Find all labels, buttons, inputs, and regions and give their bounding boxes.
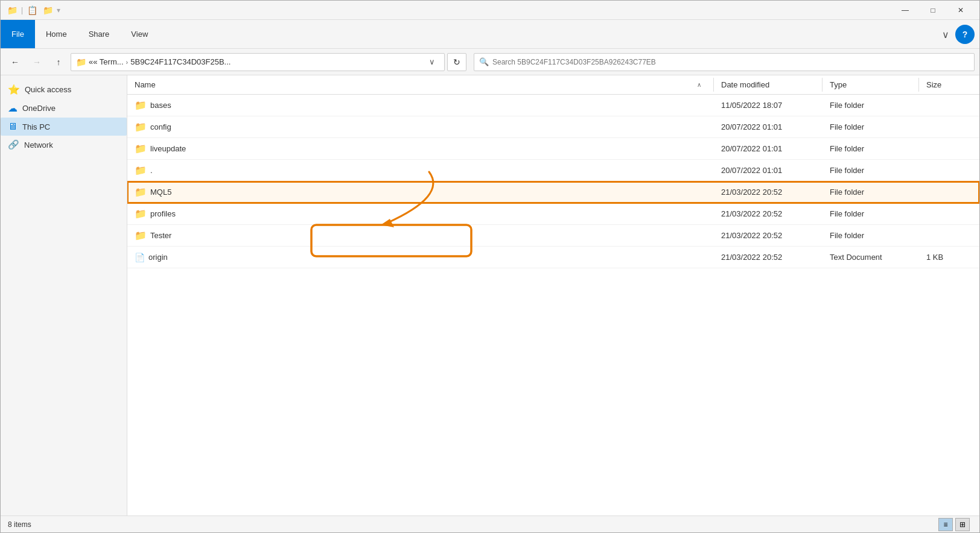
sidebar-label-thispc: This PC — [22, 122, 50, 131]
file-name-profiles: 📁 profiles — [127, 208, 714, 219]
col-header-size[interactable]: Size — [919, 78, 979, 92]
title-folder-icon: 📁 — [5, 4, 19, 16]
title-divider: | — [21, 6, 23, 14]
file-date-mql5: 21/03/2022 20:52 — [714, 188, 822, 197]
address-path[interactable]: 📁 «« Term... › 5B9C24F117C34D03F25B... ∨ — [71, 53, 445, 71]
title-clipboard-icon: 📋 — [25, 4, 39, 16]
file-type-liveupdate: File folder — [822, 144, 919, 153]
col-header-date[interactable]: Date modified — [714, 78, 822, 92]
close-button[interactable]: ✕ — [947, 1, 975, 20]
sidebar: ⭐ Quick access ☁ OneDrive 🖥 This PC 🔗 Ne… — [1, 75, 127, 516]
file-type-dot: File folder — [822, 166, 919, 175]
table-row[interactable]: 📁 config 20/07/2022 01:01 File folder — [127, 116, 979, 138]
file-explorer-window: 📁 | 📋 📁 ▾ — □ ✕ File Home Share View ∨ ?… — [0, 0, 980, 533]
path-separator: › — [126, 58, 129, 66]
sidebar-item-thispc[interactable]: 🖥 This PC — [1, 118, 127, 136]
file-date-bases: 11/05/2022 18:07 — [714, 101, 822, 110]
file-type-config: File folder — [822, 122, 919, 131]
ribbon-chevron[interactable]: ∨ — [936, 20, 955, 49]
table-row[interactable]: 📁 MQL5 21/03/2022 20:52 File folder — [127, 181, 979, 203]
view-buttons: ≡ ⊞ — [938, 518, 970, 531]
file-name-dot: 📁 . — [127, 165, 714, 176]
maximize-button[interactable]: □ — [919, 1, 947, 20]
file-name-bases: 📁 bases — [127, 99, 714, 111]
search-bar: 🔍 — [474, 53, 975, 71]
path-current: 5B9C24F117C34D03F25B... — [130, 57, 231, 66]
file-date-dot: 20/07/2022 01:01 — [714, 166, 822, 175]
sidebar-item-onedrive[interactable]: ☁ OneDrive — [1, 99, 127, 118]
up-button[interactable]: ↑ — [49, 52, 68, 72]
table-row[interactable]: 📁 bases 11/05/2022 18:07 File folder — [127, 95, 979, 116]
col-header-name[interactable]: Name ∧ — [127, 78, 714, 92]
file-name-liveupdate: 📁 liveupdate — [127, 143, 714, 154]
col-header-type[interactable]: Type — [822, 78, 919, 92]
path-prefix: «« Term... — [89, 57, 124, 66]
onedrive-icon: ☁ — [8, 102, 18, 114]
folder-icon: 📁 — [135, 165, 147, 176]
back-button[interactable]: ← — [5, 52, 25, 72]
details-view-button[interactable]: ≡ — [938, 518, 953, 531]
folder-icon: 📁 — [135, 143, 147, 154]
file-list: 📁 bases 11/05/2022 18:07 File folder 📁 c… — [127, 95, 979, 516]
file-date-config: 20/07/2022 01:01 — [714, 122, 822, 131]
folder-icon: 📁 — [135, 121, 147, 133]
file-name-tester: 📁 Tester — [127, 230, 714, 241]
file-size-origin: 1 KB — [919, 253, 979, 262]
tab-view[interactable]: View — [120, 20, 159, 48]
column-header: Name ∧ Date modified Type Size — [127, 75, 979, 95]
text-file-icon: 📄 — [135, 253, 145, 262]
file-area: Name ∧ Date modified Type Size — [127, 75, 979, 516]
file-area-wrapper: Name ∧ Date modified Type Size — [127, 75, 979, 516]
network-icon: 🔗 — [8, 139, 19, 150]
table-row[interactable]: 📄 origin 21/03/2022 20:52 Text Document … — [127, 247, 979, 268]
path-dropdown-button[interactable]: ∨ — [425, 54, 439, 71]
sort-arrow: ∧ — [697, 81, 706, 88]
file-type-bases: File folder — [822, 101, 919, 110]
refresh-button[interactable]: ↻ — [447, 53, 466, 71]
ribbon: File Home Share View ∨ ? — [1, 20, 979, 49]
file-name-origin: 📄 origin — [127, 253, 714, 262]
forward-button[interactable]: → — [27, 52, 46, 72]
item-count: 8 items — [8, 520, 31, 529]
file-type-origin: Text Document — [822, 253, 919, 262]
file-type-profiles: File folder — [822, 209, 919, 218]
tab-file[interactable]: File — [1, 20, 35, 48]
window-controls: — □ ✕ — [891, 1, 975, 20]
file-date-liveupdate: 20/07/2022 01:01 — [714, 144, 822, 153]
folder-icon: 📁 — [135, 186, 147, 198]
large-icon-view-button[interactable]: ⊞ — [955, 518, 970, 531]
file-date-tester: 21/03/2022 20:52 — [714, 231, 822, 240]
table-row[interactable]: 📁 liveupdate 20/07/2022 01:01 File folde… — [127, 138, 979, 160]
sidebar-item-quickaccess[interactable]: ⭐ Quick access — [1, 80, 127, 99]
sidebar-label-onedrive: OneDrive — [22, 104, 56, 113]
file-type-mql5: File folder — [822, 188, 919, 197]
status-bar: 8 items ≡ ⊞ — [1, 516, 979, 532]
title-bar-icons: 📁 | 📋 📁 ▾ — [5, 4, 60, 16]
folder-icon: 📁 — [135, 230, 147, 241]
tab-home[interactable]: Home — [35, 20, 78, 48]
title-bar: 📁 | 📋 📁 ▾ — □ ✕ — [1, 1, 979, 20]
path-folder-icon: 📁 — [76, 57, 86, 67]
file-date-profiles: 21/03/2022 20:52 — [714, 209, 822, 218]
quickaccess-icon: ⭐ — [8, 84, 20, 95]
search-input[interactable] — [492, 58, 969, 66]
file-name-config: 📁 config — [127, 121, 714, 133]
folder-icon: 📁 — [135, 99, 147, 111]
title-divider2: ▾ — [57, 6, 60, 14]
sidebar-label-network: Network — [24, 140, 53, 150]
title-folder2-icon: 📁 — [41, 4, 54, 16]
file-date-origin: 21/03/2022 20:52 — [714, 253, 822, 262]
file-name-mql5: 📁 MQL5 — [127, 186, 714, 198]
minimize-button[interactable]: — — [891, 1, 919, 20]
thispc-icon: 🖥 — [8, 121, 18, 132]
file-type-tester: File folder — [822, 231, 919, 240]
sidebar-item-network[interactable]: 🔗 Network — [1, 136, 127, 154]
help-button[interactable]: ? — [955, 25, 975, 44]
tab-share[interactable]: Share — [78, 20, 121, 48]
address-bar: ← → ↑ 📁 «« Term... › 5B9C24F117C34D03F25… — [1, 49, 979, 75]
table-row[interactable]: 📁 Tester 21/03/2022 20:52 File folder — [127, 225, 979, 247]
table-row[interactable]: 📁 profiles 21/03/2022 20:52 File folder — [127, 203, 979, 225]
folder-icon: 📁 — [135, 208, 147, 219]
table-row[interactable]: 📁 . 20/07/2022 01:01 File folder — [127, 160, 979, 181]
search-icon: 🔍 — [479, 57, 489, 66]
